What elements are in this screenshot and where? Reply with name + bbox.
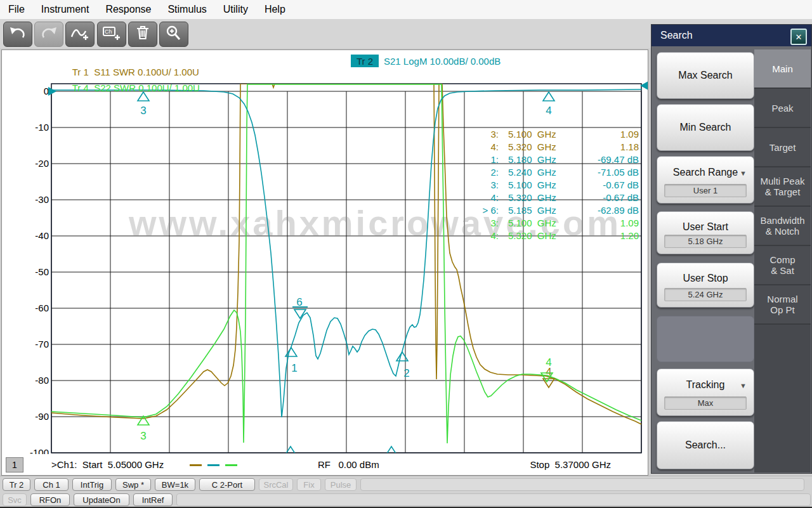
chevron-down-icon: ▼: [740, 382, 747, 389]
status-fix: Fix: [297, 478, 321, 491]
max-search-button[interactable]: Max Search: [657, 52, 754, 99]
svg-text:3: 3: [140, 430, 146, 442]
y-axis-label: -60: [35, 303, 49, 313]
stop-frequency-label: Stop 5.37000 GHz: [530, 459, 611, 470]
status-intref[interactable]: IntRef: [133, 493, 173, 506]
y-axis-label: -90: [35, 411, 49, 422]
status-rfon[interactable]: RFOn: [30, 493, 70, 506]
trash-icon: [133, 24, 152, 44]
zoom-in-button[interactable]: [159, 22, 188, 47]
status-tr-2[interactable]: Tr 2: [3, 478, 30, 491]
status-pulse: Pulse: [325, 478, 357, 491]
menu-help[interactable]: Help: [256, 4, 294, 15]
legend-tr4-label: Tr 4: [72, 82, 89, 93]
marker-value: -69.47 dB: [555, 154, 639, 165]
legend-tr4-detail: S22 SWR 0.100U/ 1.00U: [94, 82, 200, 93]
svg-text:6: 6: [296, 296, 302, 308]
menu-instrument[interactable]: Instrument: [33, 4, 98, 15]
add-trace-button[interactable]: [65, 22, 95, 47]
tab-normal-op-pt[interactable]: Normal Op Pt: [754, 285, 811, 325]
tab-bandwidth-notch[interactable]: Bandwidth & Notch: [754, 207, 811, 246]
status-c-2-port[interactable]: C 2-Port: [199, 478, 255, 491]
add-channel-button[interactable]: Ch: [97, 22, 126, 47]
menu-utility[interactable]: Utility: [215, 4, 256, 15]
menu-file[interactable]: File: [0, 4, 33, 15]
marker-value: 1.18: [555, 141, 639, 152]
svg-text:3: 3: [140, 105, 146, 117]
status-bar: Tr 2Ch 1IntTrigSwp *BW=1kC 2-PortSrcCalF…: [0, 476, 812, 508]
legend-tr2[interactable]: S21 LogM 10.00dB/ 0.00dB: [384, 56, 501, 67]
status-svc: Svc: [3, 493, 27, 506]
channel-badge[interactable]: 1: [6, 457, 23, 472]
search-tab-strip: MainPeakTargetMulti Peak & TargetBandwid…: [754, 49, 811, 472]
status-empty: [360, 478, 804, 491]
chevron-down-icon: ▼: [740, 169, 747, 177]
status-updateon[interactable]: UpdateOn: [74, 493, 129, 506]
y-axis-label: -50: [35, 266, 49, 277]
user-stop-button[interactable]: User Stop5.24 GHz: [657, 263, 754, 308]
plot-panel: 0-10-20-30-40-50-60-70-80-90-100www.xahx…: [1, 49, 648, 476]
tracking-button[interactable]: Tracking▼Max: [657, 368, 754, 416]
marker-value: -71.05 dB: [555, 167, 639, 178]
status-empty: [176, 493, 811, 506]
tab-peak[interactable]: Peak: [754, 89, 811, 128]
zoom-in-icon: [164, 24, 183, 44]
analyzer-window: FileInstrumentResponseStimulusUtilityHel…: [0, 0, 812, 508]
status-row-2: SvcRFOnUpdateOnIntRef: [3, 493, 811, 506]
svg-text:2: 2: [403, 367, 409, 379]
marker-readout-row: 3:5.100 GHz1.09: [2, 129, 648, 141]
status-bw-1k[interactable]: BW=1k: [155, 478, 195, 491]
min-search-button[interactable]: Min Search: [657, 104, 754, 151]
tracking-value: Max: [664, 396, 747, 410]
marker-readout-row: 4:5.320 GHz1.18: [2, 141, 648, 154]
tr2-swatch: [207, 464, 219, 466]
tab-target[interactable]: Target: [754, 128, 811, 167]
undo-icon: [8, 24, 27, 44]
marker-value: 1.09: [555, 129, 639, 140]
search-button[interactable]: Search...: [657, 421, 754, 469]
marker-number: 2:: [454, 167, 499, 178]
status-row-1: Tr 2Ch 1IntTrigSwp *BW=1kC 2-PortSrcCalF…: [3, 478, 804, 491]
menu-stimulus[interactable]: Stimulus: [159, 4, 214, 15]
tab-multi-peak-target[interactable]: Multi Peak & Target: [754, 167, 811, 207]
start-frequency-label: >Ch1: Start 5.05000 GHz: [51, 459, 164, 470]
undo-button[interactable]: [3, 22, 32, 47]
marker-readout-row: 4:5.320 GHz1.20: [2, 230, 648, 243]
status-ch-1[interactable]: Ch 1: [34, 478, 69, 491]
button-label: User Stop: [657, 273, 754, 284]
menu-response[interactable]: Response: [97, 4, 159, 15]
delete-button[interactable]: [128, 22, 157, 47]
button-label: User Start: [657, 221, 754, 233]
search-range-button[interactable]: Search Range▼User 1: [657, 156, 754, 204]
redo-button[interactable]: [34, 22, 63, 47]
marker-value: 1.09: [555, 218, 639, 228]
user-start-button[interactable]: User Start5.18 GHz: [657, 211, 754, 254]
rf-power-label: RF 0.00 dBm: [318, 459, 379, 470]
legend-tr2-active-badge[interactable]: Tr 2: [351, 55, 379, 67]
button-label: Search...: [657, 440, 754, 451]
marker-readout-row: 4:5.320 GHz-0.67 dB: [2, 192, 648, 205]
graticule-chart: 0-10-20-30-40-50-60-70-80-90-100www.xahx…: [2, 50, 648, 475]
marker-value: -0.67 dB: [555, 192, 639, 203]
close-icon[interactable]: ✕: [790, 29, 807, 45]
marker-tr2-4: [543, 92, 554, 101]
ref-level-arrow[interactable]: [48, 87, 56, 96]
menu-bar: FileInstrumentResponseStimulusUtilityHel…: [0, 0, 812, 20]
legend-tr4[interactable]: Tr 4 S22 SWR 0.100U/ 1.00U: [56, 72, 200, 104]
tab-main[interactable]: Main: [754, 49, 811, 89]
add-channel-icon: Ch: [102, 24, 122, 44]
status-inttrig[interactable]: IntTrig: [72, 478, 112, 491]
search-panel: Search ✕ Max SearchMin SearchSearch Rang…: [651, 24, 812, 474]
marker-tr2-6: [292, 307, 308, 318]
marker-tr2-2: [396, 352, 408, 361]
marker-readout-row: 2:5.240 GHz-71.05 dB: [2, 167, 648, 179]
blank-button[interactable]: [657, 316, 754, 362]
button-label: Min Search: [657, 122, 754, 133]
search-panel-title: Search ✕: [652, 25, 811, 46]
tab-comp-sat[interactable]: Comp & Sat: [754, 246, 811, 285]
tr4-swatch: [225, 464, 237, 466]
status-swp[interactable]: Swp *: [115, 478, 151, 491]
marker-number: 3:: [454, 129, 499, 140]
channel-footer: 1 >Ch1: Start 5.05000 GHz RF 0.00 dBm St…: [2, 454, 648, 475]
marker-number: > 6:: [454, 205, 499, 216]
